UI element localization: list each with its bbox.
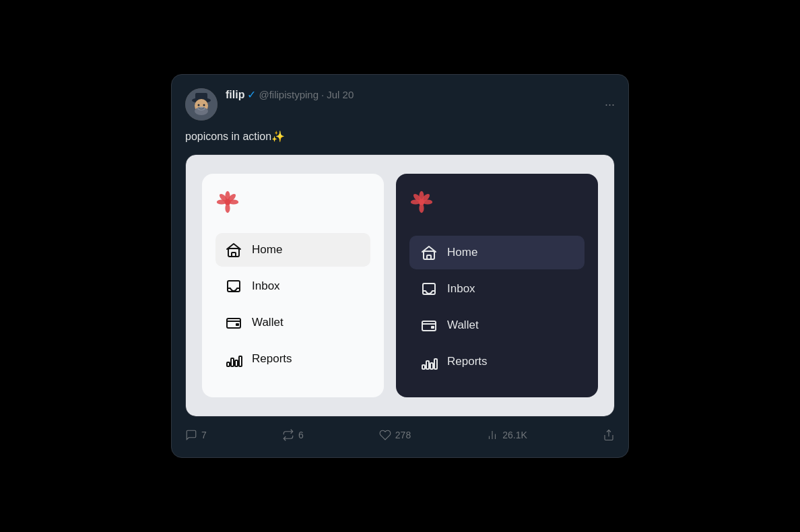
svg-rect-33 <box>423 284 435 294</box>
nav-label-wallet-dark: Wallet <box>447 319 479 332</box>
reply-count: 7 <box>201 430 207 440</box>
retweet-count: 6 <box>298 430 304 440</box>
svg-point-14 <box>225 199 231 205</box>
tweet-header: filip ✓ @filipistyping · Jul 20 ··· <box>185 88 615 121</box>
nav-label-wallet-light: Wallet <box>252 316 284 329</box>
home-icon-light <box>225 241 242 259</box>
svg-rect-38 <box>430 363 433 369</box>
svg-point-5 <box>198 104 200 106</box>
svg-rect-32 <box>427 255 431 259</box>
dark-panel-logo <box>409 190 585 217</box>
svg-point-6 <box>203 104 205 106</box>
flower-icon-light <box>215 190 240 214</box>
reports-icon-dark <box>420 353 438 370</box>
svg-rect-36 <box>422 365 425 369</box>
nav-item-inbox-light[interactable]: Inbox <box>215 269 370 303</box>
svg-rect-37 <box>426 361 429 369</box>
like-button[interactable]: 278 <box>379 429 411 441</box>
nav-item-home-light[interactable]: Home <box>215 233 370 267</box>
tweet-actions: 7 6 278 26.1K <box>185 426 615 444</box>
retweet-button[interactable]: 6 <box>282 429 304 441</box>
wallet-icon-dark <box>420 317 438 334</box>
reply-icon <box>185 429 197 441</box>
retweet-icon <box>282 429 294 441</box>
svg-rect-35 <box>431 326 434 329</box>
svg-rect-16 <box>232 253 236 257</box>
reply-button[interactable]: 7 <box>185 429 207 441</box>
tweet-text: popicons in action✨ <box>185 129 615 145</box>
nav-label-inbox-light: Inbox <box>252 279 280 293</box>
nav-label-home-dark: Home <box>447 246 477 259</box>
tweet-card: filip ✓ @filipistyping · Jul 20 ··· popi… <box>171 74 629 458</box>
verified-badge: ✓ <box>247 88 256 101</box>
user-name[interactable]: filip <box>226 89 244 101</box>
svg-rect-39 <box>434 359 437 369</box>
dark-panel: Home Inbox Wallet <box>396 174 598 397</box>
avatar[interactable] <box>185 88 218 121</box>
svg-rect-21 <box>231 358 234 366</box>
nav-item-inbox-dark[interactable]: Inbox <box>409 272 585 306</box>
svg-rect-17 <box>228 281 240 292</box>
inbox-icon-dark <box>420 280 438 298</box>
user-info: filip ✓ @filipistyping · Jul 20 <box>226 88 597 101</box>
svg-rect-19 <box>236 323 239 326</box>
svg-point-30 <box>419 199 425 205</box>
nav-item-reports-light[interactable]: Reports <box>215 342 370 376</box>
svg-point-7 <box>197 106 205 110</box>
svg-rect-23 <box>239 356 242 366</box>
nav-item-reports-dark[interactable]: Reports <box>409 345 585 378</box>
like-icon <box>379 429 391 441</box>
tweet-media: Home Inbox Wallet <box>185 154 615 417</box>
like-count: 278 <box>395 430 411 440</box>
svg-rect-22 <box>235 360 238 366</box>
home-icon-dark <box>420 244 438 261</box>
nav-item-wallet-light[interactable]: Wallet <box>215 306 370 339</box>
nav-label-reports-dark: Reports <box>447 355 488 368</box>
nav-label-reports-light: Reports <box>252 352 292 366</box>
inbox-icon-light <box>225 277 242 295</box>
views-button[interactable]: 26.1K <box>486 429 527 441</box>
reports-icon-light <box>225 350 242 368</box>
views-icon <box>486 429 498 441</box>
user-handle: @filipistyping <box>259 89 319 100</box>
dot-separator: · <box>321 89 324 100</box>
tweet-date: Jul 20 <box>327 89 354 100</box>
nav-item-wallet-dark[interactable]: Wallet <box>409 308 585 342</box>
light-panel-logo <box>215 190 370 217</box>
views-count: 26.1K <box>502 430 527 440</box>
svg-rect-20 <box>227 362 230 366</box>
nav-label-inbox-dark: Inbox <box>447 282 475 296</box>
light-panel: Home Inbox Wallet <box>202 174 384 397</box>
share-button[interactable] <box>603 429 615 441</box>
nav-label-home-light: Home <box>252 243 282 257</box>
media-inner: Home Inbox Wallet <box>186 155 614 416</box>
nav-item-home-dark[interactable]: Home <box>409 236 585 269</box>
share-icon <box>603 429 615 441</box>
more-options-button[interactable]: ··· <box>605 98 615 112</box>
flower-icon-dark <box>409 190 434 214</box>
wallet-icon-light <box>225 314 242 331</box>
